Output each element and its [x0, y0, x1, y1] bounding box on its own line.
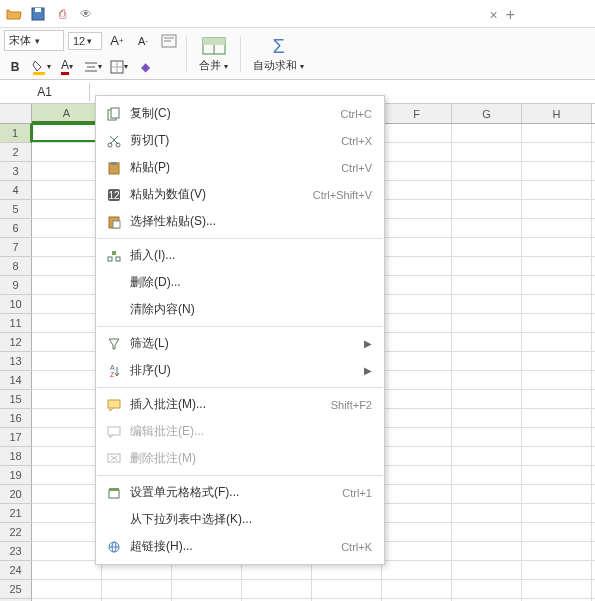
row-header[interactable]: 7 — [0, 238, 32, 257]
cell[interactable] — [32, 200, 102, 218]
cell[interactable] — [382, 485, 452, 503]
cell[interactable] — [242, 580, 312, 598]
row-header[interactable]: 23 — [0, 542, 32, 561]
cell[interactable] — [452, 428, 522, 446]
cell[interactable] — [32, 143, 102, 161]
cell[interactable] — [522, 124, 592, 142]
cell[interactable] — [452, 561, 522, 579]
cell[interactable] — [452, 371, 522, 389]
cell[interactable] — [452, 409, 522, 427]
cell[interactable] — [382, 580, 452, 598]
cell[interactable] — [32, 314, 102, 332]
cell[interactable] — [382, 276, 452, 294]
cell[interactable] — [452, 447, 522, 465]
cell[interactable] — [452, 295, 522, 313]
cell[interactable] — [32, 390, 102, 408]
row-header[interactable]: 18 — [0, 447, 32, 466]
row-header[interactable]: 19 — [0, 466, 32, 485]
row-header[interactable]: 6 — [0, 219, 32, 238]
cell[interactable] — [452, 257, 522, 275]
cell[interactable] — [382, 162, 452, 180]
select-all-corner[interactable] — [0, 104, 32, 123]
font-color-button[interactable]: A▾ — [56, 56, 78, 78]
name-box[interactable]: A1 — [0, 83, 90, 101]
menu-item[interactable]: 插入批注(M)...Shift+F2 — [96, 391, 384, 418]
cell[interactable] — [32, 371, 102, 389]
menu-item[interactable]: 清除内容(N) — [96, 296, 384, 323]
cell[interactable] — [522, 352, 592, 370]
cell[interactable] — [452, 390, 522, 408]
cell[interactable] — [32, 561, 102, 579]
cell[interactable] — [522, 333, 592, 351]
cell[interactable] — [522, 580, 592, 598]
cell[interactable] — [452, 276, 522, 294]
font-size-select[interactable]: 12 ▾ — [68, 32, 102, 50]
cell[interactable] — [382, 181, 452, 199]
cell[interactable] — [32, 352, 102, 370]
increase-font-button[interactable]: A+ — [106, 30, 128, 52]
open-icon[interactable] — [4, 4, 24, 24]
row-header[interactable]: 10 — [0, 295, 32, 314]
cell[interactable] — [452, 124, 522, 142]
fill-color-button[interactable]: ▾ — [30, 56, 52, 78]
cell[interactable] — [32, 523, 102, 541]
cell[interactable] — [522, 314, 592, 332]
new-tab-icon[interactable]: + — [506, 6, 515, 24]
row-header[interactable]: 15 — [0, 390, 32, 409]
cell[interactable] — [452, 143, 522, 161]
cell[interactable] — [32, 162, 102, 180]
cell[interactable] — [452, 219, 522, 237]
cell[interactable] — [32, 485, 102, 503]
merge-button[interactable]: 合并 ▾ — [193, 32, 234, 75]
cell[interactable] — [382, 238, 452, 256]
cell[interactable] — [382, 352, 452, 370]
cell[interactable] — [452, 200, 522, 218]
bold-button[interactable]: B — [4, 56, 26, 78]
menu-item[interactable]: AZ排序(U)▶ — [96, 357, 384, 384]
cell[interactable] — [522, 257, 592, 275]
cell[interactable] — [382, 295, 452, 313]
cell[interactable] — [382, 561, 452, 579]
border-button[interactable]: ▾ — [108, 56, 130, 78]
cell[interactable] — [32, 238, 102, 256]
cell[interactable] — [452, 238, 522, 256]
menu-item[interactable]: 复制(C)Ctrl+C — [96, 100, 384, 127]
cell[interactable] — [522, 504, 592, 522]
menu-item[interactable]: 设置单元格格式(F)...Ctrl+1 — [96, 479, 384, 506]
cell[interactable] — [522, 542, 592, 560]
cell[interactable] — [172, 580, 242, 598]
cell[interactable] — [452, 333, 522, 351]
row-header[interactable]: 8 — [0, 257, 32, 276]
cell[interactable] — [452, 314, 522, 332]
cell[interactable] — [382, 124, 452, 142]
cell[interactable] — [522, 276, 592, 294]
cell[interactable] — [522, 162, 592, 180]
cell[interactable] — [522, 447, 592, 465]
cell[interactable] — [32, 276, 102, 294]
align-button[interactable]: ▾ — [82, 56, 104, 78]
cell[interactable] — [452, 542, 522, 560]
row-header[interactable]: 16 — [0, 409, 32, 428]
cell[interactable] — [32, 542, 102, 560]
cell[interactable] — [382, 143, 452, 161]
row-header[interactable]: 2 — [0, 143, 32, 162]
menu-item[interactable]: 插入(I)... — [96, 242, 384, 269]
cell[interactable] — [452, 466, 522, 484]
menu-item[interactable]: 筛选(L)▶ — [96, 330, 384, 357]
row-header[interactable]: 1 — [0, 124, 32, 143]
row-header[interactable]: 13 — [0, 352, 32, 371]
cell[interactable] — [522, 238, 592, 256]
col-header[interactable]: G — [452, 104, 522, 123]
cell[interactable] — [452, 504, 522, 522]
cell[interactable] — [522, 200, 592, 218]
autosum-button[interactable]: Σ 自动求和 ▾ — [247, 32, 310, 75]
cell[interactable] — [32, 428, 102, 446]
cell[interactable] — [522, 295, 592, 313]
cell[interactable] — [522, 428, 592, 446]
cell[interactable] — [32, 580, 102, 598]
cell[interactable] — [522, 523, 592, 541]
cell[interactable] — [382, 219, 452, 237]
print-icon[interactable]: ⎙ — [52, 4, 72, 24]
save-icon[interactable] — [28, 4, 48, 24]
cell[interactable] — [452, 580, 522, 598]
